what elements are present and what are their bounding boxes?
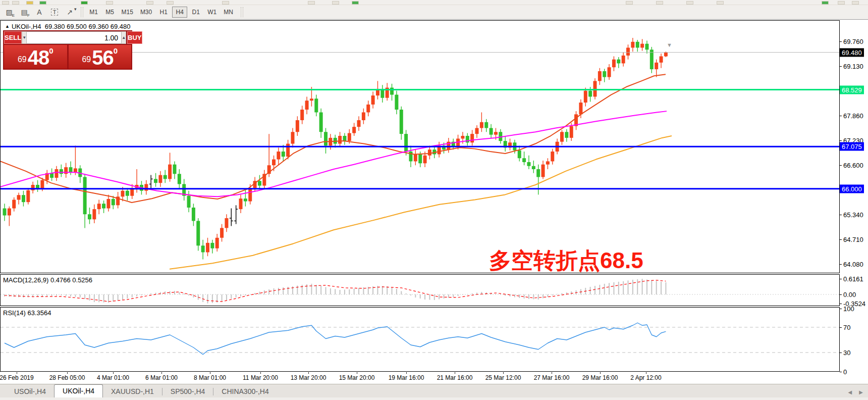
toolbar-remnant-icon <box>717 1 724 5</box>
price-line-badge: 66.000 <box>840 184 864 193</box>
price-line-badge: 69.480 <box>840 48 864 57</box>
timeframe-button-d1[interactable]: D1 <box>188 7 203 18</box>
time-axis-label: 19 Mar 16:00 <box>389 374 424 381</box>
toolbar-remnant-icon <box>332 1 339 5</box>
price-chart-panel[interactable]: ▲UKOil-,H4 69.380 69.500 69.360 69.480 S… <box>0 20 840 273</box>
time-axis-label: 29 Mar 16:00 <box>582 374 618 381</box>
rsi-label: RSI(14) 63.3564 <box>3 309 51 317</box>
hatch-tool-icon[interactable]: ▨E <box>3 7 15 18</box>
time-axis-label: 2 Apr 12:00 <box>630 374 661 381</box>
price-axis-label: 67.860 <box>843 112 863 120</box>
toolbar-remnant-icon <box>106 1 113 5</box>
axis-tick <box>840 353 842 353</box>
rsi-axis-label: 100 <box>843 305 854 312</box>
toolbar-remnant-icon <box>852 1 859 5</box>
volume-increase-button[interactable]: ▲ <box>121 31 126 44</box>
time-axis-label: 27 Mar 16:00 <box>534 374 570 381</box>
tab-xauusd-h1[interactable]: XAUUSD-,H1 <box>103 386 162 397</box>
axis-tick <box>840 264 842 265</box>
time-axis-tick <box>161 372 162 374</box>
buy-price-quote[interactable]: 69 56 0 <box>69 45 132 69</box>
time-axis-tick <box>552 372 552 374</box>
tab-sp500-h4[interactable]: SP500-,H4 <box>162 386 213 397</box>
time-axis-label: 28 Feb 05:00 <box>49 374 85 381</box>
time-axis-tick <box>308 372 309 374</box>
timeframe-button-w1[interactable]: W1 <box>204 7 220 18</box>
toolbar-remnant-icon <box>12 1 19 5</box>
macd-axis-label: 0.00 <box>843 291 856 298</box>
chart-tab-bar: USOil-,H4UKOil-,H4XAUUSD-,H1SP500-,H4CHI… <box>0 384 868 397</box>
macd-chart <box>1 275 839 306</box>
macd-axis-label: 0.6161 <box>843 275 863 283</box>
toolbar-remnant-icon <box>146 1 153 5</box>
volume-decrease-button[interactable]: ▼ <box>22 31 27 44</box>
price-axis-label: 64.710 <box>843 235 863 243</box>
time-axis-tick <box>113 372 114 374</box>
time-axis-tick <box>17 372 17 374</box>
axis-tick <box>840 279 842 279</box>
rsi-chart <box>1 308 839 371</box>
timeframe-button-mn[interactable]: MN <box>221 7 236 18</box>
one-click-trade-panel: SELL ▼ ▲ BUY 69 48 0 69 56 0 <box>3 30 132 70</box>
timeframe-button-h1[interactable]: H1 <box>156 7 171 18</box>
buy-price-pips: 56 <box>92 48 114 67</box>
chart-shift-marker-icon[interactable]: ▼ <box>667 42 672 48</box>
sell-price-pips: 48 <box>28 48 49 67</box>
price-line-badge: 67.075 <box>840 142 864 151</box>
tab-usoil-h4[interactable]: USOil-,H4 <box>6 386 54 397</box>
price-line-badge: 68.529 <box>840 85 864 94</box>
time-axis-tick <box>406 372 407 374</box>
time-axis-label: 4 Mar 01:00 <box>97 374 129 381</box>
axis-tick <box>840 372 842 372</box>
tab-china300-h4[interactable]: CHINA300-,H4 <box>213 386 277 397</box>
text-label-icon[interactable]: A <box>33 7 45 18</box>
sell-price-quote[interactable]: 69 48 0 <box>4 45 67 69</box>
tabs-scroll-right-icon[interactable]: ▶ <box>859 389 863 395</box>
buy-price-major: 69 <box>82 52 91 67</box>
toolbar-remnant-icon <box>222 1 229 5</box>
axis-tick <box>840 309 842 309</box>
ma-mid-magenta <box>1 111 667 196</box>
arrows-tool-icon[interactable]: ↗ <box>64 7 76 18</box>
timeframe-button-m1[interactable]: M1 <box>86 7 101 18</box>
macd-indicator-panel[interactable]: MACD(12,26,9) 0.4766 0.5256 <box>0 274 840 306</box>
toolbar-remnant-icon <box>308 1 315 5</box>
volume-input[interactable] <box>27 31 121 44</box>
rsi-indicator-panel[interactable]: RSI(14) 63.3564 <box>0 307 840 372</box>
time-axis-tick <box>210 372 210 374</box>
price-axis-label: 69.130 <box>843 62 863 70</box>
timeframe-button-m30[interactable]: M30 <box>137 7 155 18</box>
time-axis-label: 13 Mar 20:00 <box>291 374 327 381</box>
tab-ukoil-h4[interactable]: UKOil-,H4 <box>54 384 103 397</box>
toolbar-remnant-icon <box>626 1 633 5</box>
sell-button[interactable]: SELL <box>4 31 22 44</box>
axis-tick <box>840 294 842 295</box>
price-axis-label: 66.600 <box>843 162 863 169</box>
toolbar-remnant-icon <box>656 1 663 5</box>
tabs-scroll-left-icon[interactable]: ◀ <box>848 389 852 395</box>
toolbar-remnant-icon <box>686 1 693 5</box>
timeframe-button-m5[interactable]: M5 <box>102 7 118 18</box>
chart-toolbar: ▨E▤FAT↗▾ M1M5M15M30H1H4D1W1MN <box>0 5 868 20</box>
mt4-window: ▨E▤FAT↗▾ M1M5M15M30H1H4D1W1MN ▲UKOil-,H4… <box>0 0 868 400</box>
grid-tool-icon[interactable]: ▤F <box>18 7 30 18</box>
time-axis-tick <box>600 372 601 374</box>
collapse-triangle-icon[interactable]: ▲ <box>5 24 10 29</box>
symbol-ohlc: 69.380 69.500 69.360 69.480 <box>45 23 131 30</box>
price-axis-label: 64.080 <box>843 260 863 268</box>
time-axis-label: 11 Mar 20:00 <box>243 374 278 381</box>
timeframe-button-m15[interactable]: M15 <box>119 7 136 18</box>
toolbar-remnant-icon <box>26 1 33 5</box>
sell-price-major: 69 <box>18 52 27 67</box>
buy-button[interactable]: BUY <box>127 31 142 44</box>
chart-symbol-header: ▲UKOil-,H4 69.380 69.500 69.360 69.480 <box>5 23 131 30</box>
timeframe-button-h4[interactable]: H4 <box>172 7 187 18</box>
macd-label: MACD(12,26,9) 0.4766 0.5256 <box>3 276 92 284</box>
toolbar-remnant-icon <box>822 1 829 5</box>
axis-tick <box>840 165 842 166</box>
rsi-line <box>5 323 666 355</box>
toolbar-remnant-icon <box>352 1 359 5</box>
time-axis-tick <box>646 372 646 374</box>
text-box-icon[interactable]: T <box>48 7 61 18</box>
clipped-top-toolbar <box>0 0 868 5</box>
